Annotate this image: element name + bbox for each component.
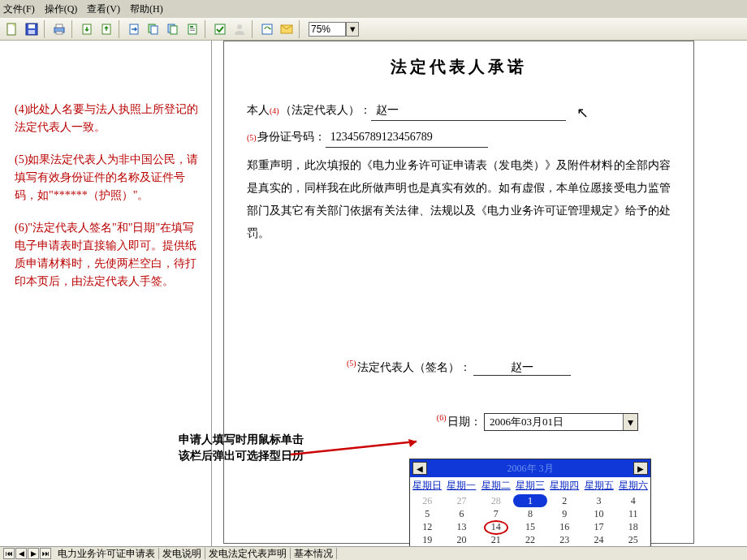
menu-operate[interactable]: 操作(Q) [45, 2, 78, 16]
chevron-down-icon[interactable]: ▾ [623, 414, 637, 430]
calendar-day[interactable]: 21 [479, 533, 513, 546]
svg-point-19 [237, 24, 242, 29]
sheet-tab[interactable]: 发电说明 [159, 548, 205, 559]
weekday-header: 星期三 [513, 477, 547, 494]
svg-rect-18 [215, 24, 225, 34]
arrow-icon [291, 438, 429, 459]
note-6: (6)"法定代表人签名"和"日期"在填写电子申请表时直接输入即可。提供纸质申请材… [15, 219, 203, 291]
svg-rect-13 [171, 26, 177, 34]
calendar-day[interactable]: 5 [410, 507, 444, 520]
date-combo[interactable]: ▾ [484, 413, 638, 431]
weekday-header: 星期五 [581, 477, 615, 494]
zoom-dropdown-icon[interactable]: ▾ [346, 22, 359, 37]
weekday-header: 星期日 [410, 477, 444, 494]
label-signature: 法定代表人（签名）： [357, 361, 471, 373]
calendar-day[interactable]: 11 [616, 507, 650, 520]
notes-panel: (4)此处人名要与法人执照上所登记的法定代表人一致。 (5)如果法定代表人为非中… [0, 41, 211, 546]
weekday-header: 星期一 [444, 477, 478, 494]
zoom-input[interactable] [309, 22, 346, 37]
calendar-day[interactable]: 26 [410, 494, 444, 507]
sheet-tab[interactable]: 发电法定代表声明 [205, 548, 291, 559]
svg-rect-15 [190, 26, 193, 28]
sheet-tabs: ⏮◀▶⏭ 电力业务许可证申请表发电说明发电法定代表声明基本情况 [0, 546, 747, 560]
cursor-icon: ↖ [576, 104, 589, 122]
sheet-tab[interactable]: 基本情况 [291, 548, 337, 559]
calendar-day[interactable]: 25 [616, 533, 650, 546]
tab-nav[interactable]: ⏮◀▶⏭ [3, 548, 51, 559]
svg-marker-23 [408, 439, 417, 447]
calendar-day[interactable]: 7 [479, 507, 513, 520]
calendar-day[interactable]: 18 [616, 520, 650, 533]
menu-help[interactable]: 帮助(H) [130, 2, 163, 16]
calendar-day[interactable]: 28 [479, 494, 513, 507]
id-field[interactable]: 123456789123456789 [326, 127, 488, 148]
calendar-day[interactable]: 16 [547, 520, 581, 533]
sup-4: (4) [270, 101, 279, 121]
date-input[interactable] [485, 414, 623, 430]
calendar-day[interactable]: 13 [444, 520, 478, 533]
svg-rect-11 [151, 26, 158, 34]
new-icon[interactable] [3, 20, 21, 38]
label-self: 本人 [247, 101, 270, 120]
doc-title: 法定代表人承诺 [247, 56, 671, 78]
weekday-header: 星期二 [479, 477, 513, 494]
weekday-header: 星期四 [547, 477, 581, 494]
label-date: 日期： [447, 415, 481, 427]
export-icon[interactable] [97, 20, 115, 38]
calendar-day[interactable]: 3 [581, 494, 615, 507]
svg-rect-6 [56, 32, 63, 34]
declaration-body: 郑重声明，此次填报的《电力业务许可证申请表（发电类）》及附件材料的全部内容是真实… [247, 154, 671, 245]
user-icon[interactable] [231, 20, 248, 38]
next-month-icon[interactable]: ▶ [633, 462, 648, 475]
calendar-day[interactable]: 15 [513, 520, 547, 533]
calendar-day[interactable]: 24 [581, 533, 615, 546]
svg-rect-3 [28, 30, 35, 34]
note-4: (4)此处人名要与法人执照上所登记的法定代表人一致。 [15, 101, 203, 136]
calendar-day[interactable]: 20 [444, 533, 478, 546]
sup-5: (5) [247, 128, 257, 148]
copy-icon[interactable] [145, 20, 162, 38]
copy2-icon[interactable] [184, 20, 201, 38]
sheet-tab[interactable]: 电力业务许可证申请表 [54, 548, 159, 559]
calendar-day[interactable]: 12 [410, 520, 444, 533]
refresh-icon[interactable] [258, 20, 276, 38]
sup-sig: (5) [347, 359, 356, 368]
mail-icon[interactable] [278, 20, 296, 38]
toolbar: ▾ [0, 18, 747, 41]
calendar-day[interactable]: 23 [547, 533, 581, 546]
calendar-day[interactable]: 2 [547, 494, 581, 507]
svg-line-22 [291, 442, 417, 454]
label-id: 身份证号码： [257, 127, 326, 147]
note-5: (5)如果法定代表人为非中国公民，请填写有效身份证件的名称及证件号码，如"***… [15, 151, 203, 205]
name-field[interactable]: 赵一 [371, 101, 566, 121]
label-repr: （法定代表人）： [280, 101, 371, 120]
check-icon[interactable] [211, 20, 229, 38]
paste-icon[interactable] [164, 20, 182, 38]
calendar-day[interactable]: 22 [513, 533, 547, 546]
save-icon[interactable] [23, 20, 41, 38]
svg-rect-2 [28, 24, 35, 28]
calendar-day[interactable]: 27 [444, 494, 478, 507]
menu-file[interactable]: 文件(F) [3, 2, 35, 16]
calendar-day[interactable]: 4 [616, 494, 650, 507]
import-icon[interactable] [78, 20, 96, 38]
calendar-day[interactable]: 1 [513, 494, 547, 507]
calendar-day[interactable]: 9 [547, 507, 581, 520]
calendar-day[interactable]: 10 [581, 507, 615, 520]
menu-bar: 文件(F) 操作(Q) 查看(V) 帮助(H) [0, 0, 747, 18]
signature-field[interactable]: 赵一 [473, 360, 571, 376]
prev-month-icon[interactable]: ◀ [412, 462, 427, 475]
svg-rect-17 [190, 30, 195, 31]
calendar-day[interactable]: 14 [479, 520, 513, 533]
calendar-day[interactable]: 6 [444, 507, 478, 520]
zoom-control[interactable]: ▾ [309, 22, 359, 37]
calendar-day[interactable]: 8 [513, 507, 547, 520]
weekday-header: 星期六 [616, 477, 650, 494]
print-icon[interactable] [50, 20, 68, 38]
import2-icon[interactable] [125, 20, 143, 38]
menu-view[interactable]: 查看(V) [87, 2, 120, 16]
date-picker[interactable]: ◀ 2006年 3月 ▶ 星期日星期一星期二星期三星期四星期五星期六 26272… [409, 459, 651, 560]
sup-date: (6) [437, 413, 447, 422]
calendar-day[interactable]: 19 [410, 533, 444, 546]
calendar-day[interactable]: 17 [581, 520, 615, 533]
